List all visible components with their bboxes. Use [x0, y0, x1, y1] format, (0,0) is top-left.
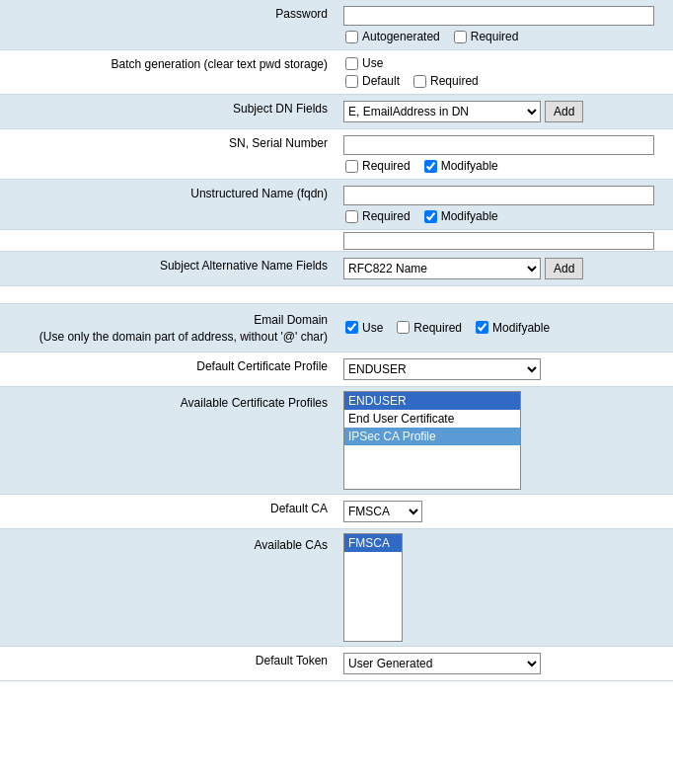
batch-use-check-label[interactable]: Use	[343, 56, 383, 70]
subject-dn-label: Subject DN Fields	[0, 95, 336, 128]
batch-controls: Use Default Required	[336, 50, 673, 94]
cert-profile-item-enduser[interactable]: ENDUSER	[344, 392, 520, 410]
available-cert-profiles-label: Available Certificate Profiles	[0, 387, 336, 494]
password-required-checkbox[interactable]	[454, 31, 467, 43]
password-label: Password	[0, 0, 336, 49]
unstructured-modifyable-check-label[interactable]: Modifyable	[422, 209, 498, 223]
default-token-label: Default Token	[0, 647, 336, 680]
default-token-select[interactable]: User Generated P12 file JKS file	[343, 653, 541, 674]
default-cert-profile-select[interactable]: ENDUSER End User Certificate IPSec CA Pr…	[343, 358, 541, 380]
email-use-check-label[interactable]: Use	[343, 321, 383, 335]
gap-label	[0, 286, 336, 303]
sn-modifyable-check-label[interactable]: Modifyable	[422, 159, 498, 173]
batch-required-check-label[interactable]: Required	[411, 74, 479, 88]
batch-required-checkbox[interactable]	[413, 75, 426, 88]
san-label: Subject Alternative Name Fields	[0, 252, 336, 285]
cert-profile-item-enduser-cert[interactable]: End User Certificate	[344, 410, 520, 428]
gap-control	[336, 286, 673, 303]
sn-controls: Required Modifyable	[336, 129, 673, 179]
autogenerated-check-label[interactable]: Autogenerated	[343, 30, 440, 43]
email-domain-controls: Use Required Modifyable	[336, 304, 673, 352]
cert-profile-item-ipsec[interactable]: IPSec CA Profile	[344, 428, 520, 445]
email-domain-label: Email Domain (Use only the domain part o…	[0, 304, 336, 352]
available-cert-profiles-listbox[interactable]: ENDUSER End User Certificate IPSec CA Pr…	[343, 391, 521, 490]
unstructured-controls: Required Modifyable	[336, 180, 673, 229]
available-cas-label: Available CAs	[0, 529, 336, 646]
unstructured-required-checkbox[interactable]	[345, 210, 358, 223]
available-cas-listbox[interactable]: FMSCA	[343, 533, 403, 642]
sn-modifyable-checkbox[interactable]	[424, 160, 437, 173]
batch-label: Batch generation (clear text pwd storage…	[0, 50, 336, 94]
sn-required-checkbox[interactable]	[345, 160, 358, 173]
unstructured-label: Unstructured Name (fqdn)	[0, 180, 336, 229]
email-use-checkbox[interactable]	[345, 321, 358, 334]
subject-dn-controls: E, EmailAddress in DN CN, Common Name O,…	[336, 95, 673, 128]
spacer-label	[0, 230, 336, 251]
batch-default-check-label[interactable]: Default	[343, 74, 400, 88]
autogenerated-checkbox[interactable]	[345, 31, 358, 43]
subject-dn-select[interactable]: E, EmailAddress in DN CN, Common Name O,…	[343, 101, 541, 122]
email-required-checkbox[interactable]	[397, 321, 410, 334]
password-required-check-label[interactable]: Required	[452, 30, 519, 43]
email-modifyable-check-label[interactable]: Modifyable	[474, 321, 550, 335]
spacer-control	[336, 230, 673, 251]
available-cert-profiles-controls: ENDUSER End User Certificate IPSec CA Pr…	[336, 387, 673, 494]
unstructured-required-check-label[interactable]: Required	[343, 209, 411, 223]
subject-dn-add-button[interactable]: Add	[545, 101, 583, 122]
sn-label: SN, Serial Number	[0, 129, 336, 179]
san-select[interactable]: RFC822 Name DNS Name IP Address URI	[343, 258, 541, 279]
unstructured-modifyable-checkbox[interactable]	[424, 210, 437, 223]
email-modifyable-checkbox[interactable]	[476, 321, 488, 334]
sn-required-check-label[interactable]: Required	[343, 159, 411, 173]
default-ca-select[interactable]: FMSCA	[343, 501, 422, 522]
available-cas-controls: FMSCA	[336, 529, 673, 646]
default-ca-label: Default CA	[0, 495, 336, 528]
password-controls: Autogenerated Required	[336, 0, 673, 49]
batch-use-checkbox[interactable]	[345, 57, 358, 70]
san-controls: RFC822 Name DNS Name IP Address URI Add	[336, 252, 673, 285]
default-cert-profile-controls: ENDUSER End User Certificate IPSec CA Pr…	[336, 353, 673, 386]
default-ca-controls: FMSCA	[336, 495, 673, 528]
default-cert-profile-label: Default Certificate Profile	[0, 353, 336, 386]
spacer-input[interactable]	[343, 232, 654, 250]
unstructured-input[interactable]	[343, 186, 654, 205]
batch-default-checkbox[interactable]	[345, 75, 358, 88]
san-add-button[interactable]: Add	[545, 258, 583, 279]
email-required-check-label[interactable]: Required	[395, 321, 462, 335]
password-input[interactable]	[343, 6, 654, 26]
ca-item-fmsca[interactable]: FMSCA	[344, 534, 402, 552]
sn-input[interactable]	[343, 135, 654, 155]
default-token-controls: User Generated P12 file JKS file	[336, 647, 673, 680]
